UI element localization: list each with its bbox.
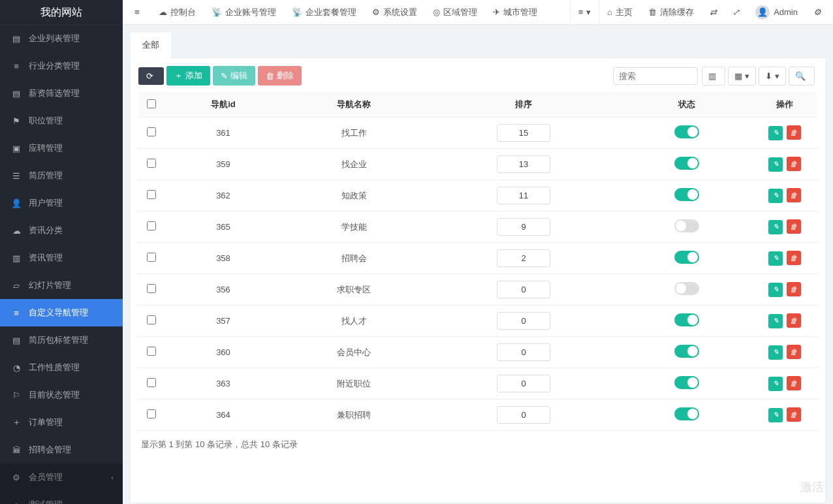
status-toggle[interactable] xyxy=(674,376,699,389)
row-edit-button[interactable]: ✎ xyxy=(768,220,783,234)
row-edit-button[interactable]: ✎ xyxy=(768,345,783,360)
sort-input[interactable] xyxy=(497,155,550,173)
edit-button[interactable]: ✎编辑 xyxy=(213,66,255,86)
topnav-item[interactable]: ◎区域管理 xyxy=(425,0,485,25)
sidebar-item[interactable]: ▣应聘管理 xyxy=(0,134,123,162)
sidebar-item[interactable]: 🏛招聘会管理 xyxy=(0,436,123,464)
delete-button[interactable]: 🗑删除 xyxy=(258,66,302,86)
row-checkbox[interactable] xyxy=(147,221,156,230)
topnav-item[interactable]: 📡企业套餐管理 xyxy=(284,0,364,25)
menu-icon: ◔ xyxy=(10,363,22,373)
sort-input[interactable] xyxy=(497,281,550,298)
lang-toggle[interactable]: ⇄ xyxy=(702,0,725,25)
list-mode-dropdown[interactable]: ≡ ▾ xyxy=(570,0,600,25)
status-toggle[interactable] xyxy=(674,188,699,201)
row-delete-button[interactable]: 🗑 xyxy=(787,157,801,171)
row-delete-button[interactable]: 🗑 xyxy=(787,251,801,265)
columns-button[interactable]: ▥ xyxy=(702,67,725,86)
row-checkbox[interactable] xyxy=(147,159,156,168)
row-checkbox[interactable] xyxy=(147,315,156,324)
status-toggle[interactable] xyxy=(674,313,699,326)
row-checkbox[interactable] xyxy=(147,127,156,136)
refresh-button[interactable]: ⟳ xyxy=(138,67,164,85)
sidebar-item[interactable]: ▤企业列表管理 xyxy=(0,25,123,52)
row-edit-button[interactable]: ✎ xyxy=(768,157,783,172)
sidebar-item[interactable]: ▥资讯管理 xyxy=(0,244,123,272)
topnav-item[interactable]: 📡企业账号管理 xyxy=(204,0,284,25)
status-toggle[interactable] xyxy=(674,251,699,264)
row-delete-button[interactable]: 🗑 xyxy=(787,313,801,328)
status-toggle[interactable] xyxy=(674,219,699,232)
sort-input[interactable] xyxy=(497,218,550,236)
sidebar-item[interactable]: ⚑职位管理 xyxy=(0,107,123,134)
sidebar-item[interactable]: ≡行业分类管理 xyxy=(0,52,123,80)
select-all-checkbox[interactable] xyxy=(147,99,156,108)
nav-toggle[interactable]: ≡ xyxy=(127,0,151,25)
sort-input[interactable] xyxy=(497,249,550,267)
tab-all[interactable]: 全部 xyxy=(131,33,171,58)
row-delete-button[interactable]: 🗑 xyxy=(787,345,801,359)
row-delete-button[interactable]: 🗑 xyxy=(787,376,801,390)
trash-icon: 🗑 xyxy=(790,191,797,199)
settings-button[interactable]: ⚙ xyxy=(806,0,829,25)
sidebar-item[interactable]: ＋订单管理 xyxy=(0,409,123,436)
row-edit-button[interactable]: ✎ xyxy=(768,283,783,297)
row-edit-button[interactable]: ✎ xyxy=(768,251,783,266)
sort-input[interactable] xyxy=(497,343,550,361)
row-checkbox[interactable] xyxy=(147,253,156,262)
export-button[interactable]: ⬇ ▾ xyxy=(759,67,786,86)
row-delete-button[interactable]: 🗑 xyxy=(787,188,801,202)
row-checkbox[interactable] xyxy=(147,284,156,293)
th-id[interactable]: 导航id xyxy=(165,92,282,118)
sort-input[interactable] xyxy=(497,124,550,142)
search-button[interactable]: 🔍 xyxy=(789,67,815,86)
add-button[interactable]: ＋添加 xyxy=(166,66,210,86)
topnav-item[interactable]: ☁控制台 xyxy=(151,0,204,25)
row-edit-button[interactable]: ✎ xyxy=(768,314,783,328)
status-toggle[interactable] xyxy=(674,282,699,295)
row-delete-button[interactable]: 🗑 xyxy=(787,125,801,140)
home-label: 主页 xyxy=(616,7,633,18)
sidebar-item[interactable]: ☁资讯分类 xyxy=(0,217,123,244)
row-edit-button[interactable]: ✎ xyxy=(768,189,783,203)
sidebar-item[interactable]: ≡自定义导航管理 xyxy=(0,299,123,326)
sidebar-section[interactable]: ⚙会员管理‹ xyxy=(0,464,123,491)
topnav-item[interactable]: ✈城市管理 xyxy=(485,0,545,25)
sort-input[interactable] xyxy=(497,187,550,204)
sort-input[interactable] xyxy=(497,406,550,424)
status-toggle[interactable] xyxy=(674,345,699,358)
row-edit-button[interactable]: ✎ xyxy=(768,126,783,140)
status-toggle[interactable] xyxy=(674,157,699,170)
sidebar-item[interactable]: ⚐目前状态管理 xyxy=(0,381,123,409)
sidebar-item[interactable]: ▤简历包标签管理 xyxy=(0,326,123,354)
sidebar-item[interactable]: ◔工作性质管理 xyxy=(0,354,123,381)
sidebar-item[interactable]: ▤薪资筛选管理 xyxy=(0,80,123,107)
status-toggle[interactable] xyxy=(674,125,699,138)
row-checkbox[interactable] xyxy=(147,409,156,418)
row-edit-button[interactable]: ✎ xyxy=(768,408,783,422)
status-toggle[interactable] xyxy=(674,407,699,420)
sidebar-item[interactable]: ▱幻灯片管理 xyxy=(0,272,123,299)
sidebar-item[interactable]: ☰简历管理 xyxy=(0,162,123,189)
th-sort[interactable]: 排序 xyxy=(426,92,621,118)
th-name[interactable]: 导航名称 xyxy=(282,92,426,118)
row-checkbox[interactable] xyxy=(147,347,156,356)
topnav-item[interactable]: ⚙系统设置 xyxy=(364,0,425,25)
clear-cache[interactable]: 🗑清除缓存 xyxy=(640,0,702,25)
row-delete-button[interactable]: 🗑 xyxy=(787,282,801,296)
search-input[interactable] xyxy=(613,67,698,85)
sidebar-section[interactable]: ○测试管理‹ xyxy=(0,491,123,504)
row-edit-button[interactable]: ✎ xyxy=(768,377,783,391)
grid-button[interactable]: ▦ ▾ xyxy=(728,67,756,86)
sort-input[interactable] xyxy=(497,375,550,392)
home-link[interactable]: ⌂主页 xyxy=(599,0,640,25)
row-delete-button[interactable]: 🗑 xyxy=(787,219,801,234)
row-checkbox[interactable] xyxy=(147,190,156,199)
sidebar-item[interactable]: 👤用户管理 xyxy=(0,189,123,217)
sort-input[interactable] xyxy=(497,312,550,330)
user-menu[interactable]: 👤 Admin xyxy=(747,0,806,25)
th-status[interactable]: 状态 xyxy=(621,92,752,118)
fullscreen-toggle[interactable]: ⤢ xyxy=(725,0,747,25)
row-checkbox[interactable] xyxy=(147,378,156,387)
row-delete-button[interactable]: 🗑 xyxy=(787,407,801,422)
